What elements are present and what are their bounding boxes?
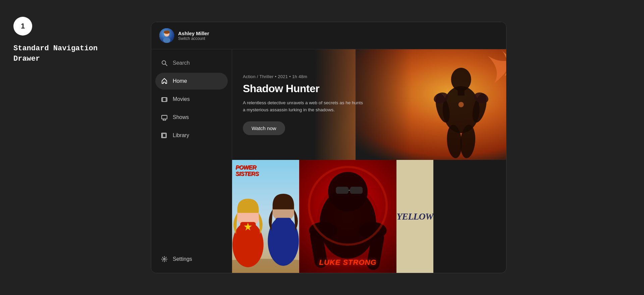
hero-title: Shadow Hunter [243,82,364,95]
avatar [159,28,174,43]
svg-line-5 [165,64,167,66]
user-info: Ashley Miller Switch account [178,31,209,41]
sidebar-item-settings-label: Settings [173,256,192,262]
user-name: Ashley Miller [178,31,209,36]
sidebar-item-library-label: Library [173,132,189,138]
sidebar-item-shows-label: Shows [173,114,189,120]
svg-rect-18 [163,134,166,137]
sidebar-item-search-label: Search [173,60,190,66]
svg-rect-13 [162,115,167,119]
svg-rect-41 [275,218,291,232]
luke-strong-title: LUKE STRONG [299,258,396,267]
cards-row: POWER SISTERS [232,160,506,273]
yellow-title: YELLOW [396,211,433,222]
annotation-title: Standard Navigation Drawer [13,44,98,64]
shows-icon [161,114,168,121]
sidebar-item-search[interactable]: Search [155,55,228,71]
watch-now-button[interactable]: Watch now [243,121,285,135]
hero-description: A relentless detective unravels a web of… [243,100,364,114]
step-number: 1 [13,17,32,36]
main-content: Search Home [151,49,506,273]
power-sisters-logo: POWER SISTERS [235,165,259,177]
outer-container: 1 Standard Navigation Drawer [0,0,644,295]
svg-point-20 [164,258,165,260]
header: Ashley Miller Switch account [151,22,506,49]
hero-banner: Action / Thriller • 2021 • 1h 48m Shadow… [232,49,506,160]
svg-point-2 [164,31,170,34]
sidebar-item-settings[interactable]: Settings [155,251,228,268]
sidebar: Search Home [151,49,232,273]
sidebar-item-home-label: Home [173,78,187,84]
sidebar-item-movies[interactable]: Movies [155,91,228,108]
svg-rect-45 [336,187,348,194]
switch-account-link[interactable]: Switch account [178,36,209,41]
annotation-panel: 1 Standard Navigation Drawer [13,17,98,64]
sidebar-item-movies-label: Movies [173,96,190,102]
library-icon [161,132,168,139]
card-power-sisters[interactable]: POWER SISTERS [232,160,299,273]
svg-point-3 [163,38,170,43]
hero-meta: Action / Thriller • 2021 • 1h 48m [243,74,364,79]
home-icon [161,77,168,85]
movies-icon [161,96,168,103]
svg-rect-32 [356,49,506,160]
hero-bg-figure [356,49,506,160]
content-area: Action / Thriller • 2021 • 1h 48m Shadow… [232,49,506,273]
settings-icon [161,255,168,263]
svg-rect-46 [350,187,363,194]
sidebar-item-shows[interactable]: Shows [155,109,228,126]
hero-info: Action / Thriller • 2021 • 1h 48m Shadow… [232,74,374,135]
search-icon [161,59,168,67]
app-window: Ashley Miller Switch account Search [151,22,506,273]
sidebar-item-home[interactable]: Home [155,73,228,90]
card-luke-strong[interactable]: LUKE STRONG [299,160,396,273]
card-yellow[interactable]: YELLOW [396,160,433,273]
sidebar-item-library[interactable]: Library [155,127,228,144]
